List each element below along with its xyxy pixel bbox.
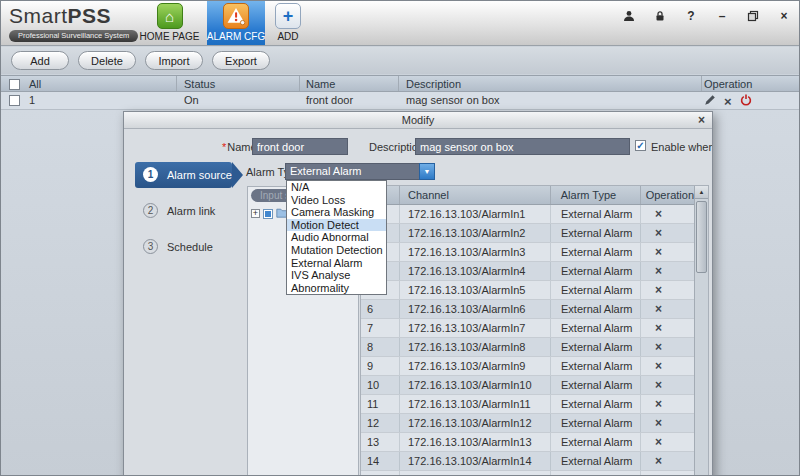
tree-expander-icon[interactable]: +	[251, 209, 260, 218]
tab-add[interactable]: + ADD	[265, 1, 311, 45]
channel-operation-cell: ×	[641, 226, 694, 240]
scroll-up-icon[interactable]: ▲	[695, 186, 708, 199]
dropdown-option[interactable]: IVS Analyse	[287, 269, 386, 282]
remove-channel-icon[interactable]: ×	[655, 245, 662, 259]
tree-checkbox[interactable]	[263, 209, 273, 219]
remove-channel-icon[interactable]: ×	[655, 397, 662, 411]
remove-channel-icon[interactable]: ×	[655, 359, 662, 373]
remove-channel-icon[interactable]: ×	[655, 454, 662, 468]
name-input[interactable]	[252, 138, 348, 155]
toolbar-button[interactable]: Delete	[78, 51, 136, 70]
row-status: On	[184, 94, 199, 106]
dropdown-option[interactable]: Abnormality	[287, 282, 386, 295]
step-schedule[interactable]: 3 Schedule	[135, 234, 232, 260]
channel-table-scrollbar[interactable]: ▲	[694, 186, 708, 476]
channel-row[interactable]: 4 172.16.13.103/AlarmIn4 External Alarm …	[361, 262, 694, 281]
remove-channel-icon[interactable]: ×	[655, 321, 662, 335]
minimize-icon[interactable]: –	[715, 9, 729, 22]
dropdown-option[interactable]: Motion Detect	[287, 219, 386, 232]
alarm-type-select[interactable]: External Alarm ▼	[285, 163, 435, 180]
select-all-checkbox[interactable]	[9, 79, 20, 90]
dropdown-option[interactable]: Mutation Detection	[287, 244, 386, 257]
remove-channel-icon[interactable]: ×	[655, 283, 662, 297]
channel-row[interactable]: 2 172.16.13.103/AlarmIn2 External Alarm …	[361, 224, 694, 243]
channel-name: 172.16.13.103/AlarmIn7	[400, 319, 551, 337]
enable-when-create-checkbox[interactable]: ✓	[635, 140, 646, 151]
channel-name: 172.16.13.103/AlarmIn15	[400, 471, 551, 476]
chevron-down-icon[interactable]: ▼	[419, 163, 435, 180]
channel-row[interactable]: 13 172.16.13.103/AlarmIn13 External Alar…	[361, 433, 694, 452]
power-toggle-icon[interactable]	[740, 94, 752, 108]
help-icon[interactable]: ?	[684, 9, 698, 22]
channel-alarm-type: External Alarm	[551, 414, 641, 432]
dropdown-option[interactable]: N/A	[287, 181, 386, 194]
channel-row-num: 15	[361, 471, 400, 476]
step-alarm-link[interactable]: 2 Alarm link	[135, 198, 232, 224]
toolbar-button[interactable]: Add	[11, 51, 69, 70]
channel-operation-cell: ×	[641, 283, 694, 297]
restore-icon[interactable]	[746, 9, 760, 22]
channel-row-num: 14	[361, 452, 400, 470]
remove-channel-icon[interactable]: ×	[655, 378, 662, 392]
step-alarm-sources[interactable]: 1 Alarm sources	[135, 162, 232, 188]
tab-home-page[interactable]: ⌂ HOME PAGE	[132, 1, 207, 45]
remove-channel-icon[interactable]: ×	[655, 264, 662, 278]
channel-name: 172.16.13.103/AlarmIn12	[400, 414, 551, 432]
channel-row[interactable]: 11 172.16.13.103/AlarmIn11 External Alar…	[361, 395, 694, 414]
remove-channel-icon[interactable]: ×	[655, 207, 662, 221]
brand-pss: PSS	[68, 4, 112, 27]
lock-icon[interactable]	[653, 9, 667, 22]
step-1-number: 1	[143, 167, 158, 182]
window-controls: ? – ×	[622, 9, 791, 22]
tab-alarm-cfg[interactable]: ALARM CFG	[207, 1, 265, 45]
dialog-close-icon[interactable]: ×	[698, 112, 705, 128]
channel-table-body: 1 172.16.13.103/AlarmIn1 External Alarm …	[361, 205, 694, 476]
channel-row[interactable]: 8 172.16.13.103/AlarmIn8 External Alarm …	[361, 338, 694, 357]
tab-alarm-label: ALARM CFG	[207, 31, 265, 42]
channel-table: Channel Alarm Type Operation 1 172.16.13…	[360, 185, 709, 476]
dropdown-option[interactable]: Audio Abnormal	[287, 231, 386, 244]
channel-row[interactable]: 10 172.16.13.103/AlarmIn10 External Alar…	[361, 376, 694, 395]
toolbar-button[interactable]: Export	[212, 51, 270, 70]
channel-row[interactable]: 3 172.16.13.103/AlarmIn3 External Alarm …	[361, 243, 694, 262]
header-status: Status	[184, 78, 215, 90]
channel-row[interactable]: 1 172.16.13.103/AlarmIn1 External Alarm …	[361, 205, 694, 224]
dropdown-option[interactable]: Video Loss	[287, 194, 386, 207]
channel-name: 172.16.13.103/AlarmIn6	[400, 300, 551, 318]
toolbar-button[interactable]: Import	[145, 51, 203, 70]
step-3-label: Schedule	[167, 234, 213, 260]
tab-home-label: HOME PAGE	[140, 31, 200, 42]
dropdown-option[interactable]: Camera Masking	[287, 206, 386, 219]
smartpss-logo: SmartPSS Professional Surveillance Syste…	[9, 4, 138, 42]
channel-row[interactable]: 14 172.16.13.103/AlarmIn14 External Alar…	[361, 452, 694, 471]
user-icon[interactable]	[622, 9, 636, 22]
delete-x-icon[interactable]: ×	[724, 95, 732, 108]
channel-row[interactable]: 15 172.16.13.103/AlarmIn15 External Alar…	[361, 471, 694, 476]
channel-name: 172.16.13.103/AlarmIn8	[400, 338, 551, 356]
remove-channel-icon[interactable]: ×	[655, 435, 662, 449]
row-checkbox[interactable]	[9, 95, 20, 106]
channel-operation-cell: ×	[641, 435, 694, 449]
dialog-titlebar[interactable]: Modify ×	[124, 112, 712, 129]
channel-row[interactable]: 7 172.16.13.103/AlarmIn7 External Alarm …	[361, 319, 694, 338]
remove-channel-icon[interactable]: ×	[655, 302, 662, 316]
channel-row[interactable]: 12 172.16.13.103/AlarmIn12 External Alar…	[361, 414, 694, 433]
modify-dialog: Modify × *Name Description ✓ Enable when…	[123, 111, 713, 476]
channel-operation-cell: ×	[641, 454, 694, 468]
channel-row[interactable]: 6 172.16.13.103/AlarmIn6 External Alarm …	[361, 300, 694, 319]
description-input[interactable]	[415, 138, 630, 155]
header-operation: Operation	[641, 186, 694, 204]
close-window-icon[interactable]: ×	[777, 9, 791, 22]
remove-channel-icon[interactable]: ×	[655, 226, 662, 240]
alarm-row[interactable]: 1 On front door mag sensor on box ×	[1, 92, 800, 110]
dropdown-option[interactable]: External Alarm	[287, 257, 386, 270]
channel-alarm-type: External Alarm	[551, 395, 641, 413]
remove-channel-icon[interactable]: ×	[655, 416, 662, 430]
channel-row[interactable]: 5 172.16.13.103/AlarmIn5 External Alarm …	[361, 281, 694, 300]
smartpss-window: SmartPSS Professional Surveillance Syste…	[0, 0, 800, 476]
plus-icon: +	[275, 3, 301, 29]
remove-channel-icon[interactable]: ×	[655, 340, 662, 354]
scrollbar-thumb[interactable]	[696, 201, 707, 273]
edit-pencil-icon[interactable]	[704, 94, 716, 108]
channel-row[interactable]: 9 172.16.13.103/AlarmIn9 External Alarm …	[361, 357, 694, 376]
